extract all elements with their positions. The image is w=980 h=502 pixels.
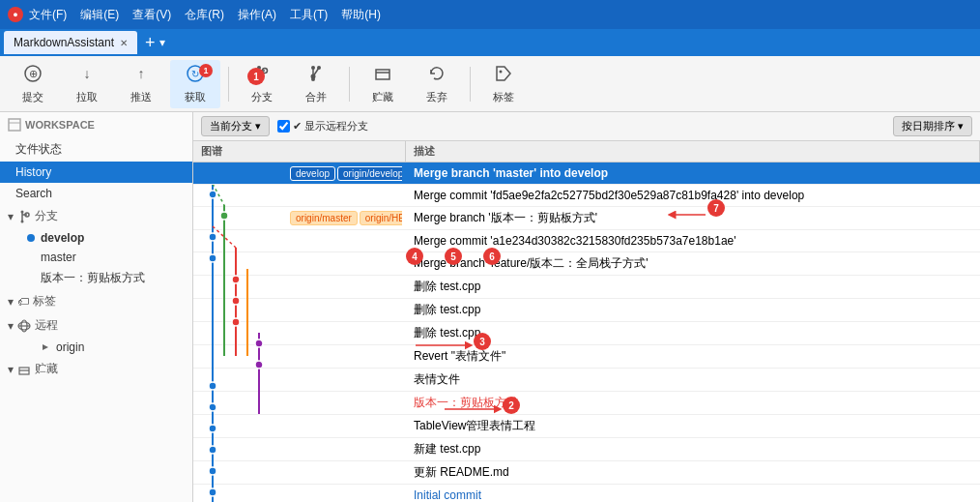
svg-text:↻: ↻ — [191, 69, 199, 79]
toolbar-divider-1 — [228, 67, 229, 102]
svg-point-10 — [257, 77, 261, 81]
sidebar-item-history[interactable]: History — [0, 162, 192, 183]
sidebar-branch-version1[interactable]: 版本一：剪贴板方式 — [0, 267, 192, 289]
header-desc: 描述 — [406, 141, 980, 162]
merge-label: 合并 — [305, 90, 327, 104]
show-remote-checkbox-label[interactable]: ✔ 显示远程分支 — [277, 119, 368, 133]
sidebar-branch-develop[interactable]: develop — [0, 228, 192, 248]
toolbar-divider-3 — [470, 67, 471, 102]
commit-tags: origin/master origin/HEAD master — [290, 211, 402, 225]
commit-list[interactable]: develop origin/develop Merge branch 'mas… — [193, 162, 980, 502]
branches-section-label: 分支 — [35, 208, 58, 224]
content-area: 当前分支 ▾ ✔ 显示远程分支 按日期排序 ▾ 图谱 描述 — [193, 112, 980, 502]
branch-version1-label: 版本一：剪贴板方式 — [41, 270, 145, 286]
branch-button[interactable]: 分支 — [237, 60, 287, 108]
discard-button[interactable]: 丢弃 — [412, 60, 462, 108]
commit-row[interactable]: 更新 README.md — [193, 461, 980, 485]
push-button[interactable]: ↑ 推送 — [116, 60, 166, 108]
show-remote-checkbox[interactable] — [277, 120, 290, 133]
sidebar-branch-master[interactable]: master — [0, 248, 192, 267]
current-branch-button[interactable]: 当前分支 ▾ — [201, 116, 270, 136]
discard-label: 丢弃 — [426, 90, 447, 104]
commit-row[interactable]: Merge branch 'feature/版本二：全局栈子方式' — [193, 252, 980, 276]
svg-text:↑: ↑ — [138, 66, 145, 81]
commit-row[interactable]: 版本一：剪贴板方式 — [193, 392, 980, 415]
sidebar-item-search[interactable]: Search — [0, 183, 192, 204]
sidebar-section-branches[interactable]: ▾ 分支 — [0, 204, 192, 228]
commit-desc: 表情文件 — [406, 369, 980, 391]
fetch-button[interactable]: ↻ 1 获取 — [170, 60, 220, 108]
svg-point-25 — [21, 210, 24, 213]
menu-edit[interactable]: 编辑(E) — [80, 7, 119, 23]
commit-desc: Merge branch 'feature/版本二：全局栈子方式' — [406, 252, 980, 275]
commit-desc: 更新 README.md — [406, 461, 980, 484]
tab-label: MarkdownAssistant — [14, 36, 114, 49]
commit-row[interactable]: 删除 test.cpp — [193, 322, 980, 345]
sidebar-section-remotes[interactable]: ▾ 远程 — [0, 313, 192, 338]
sidebar-section-tags[interactable]: ▾ 🏷 标签 — [0, 289, 192, 313]
commit-button[interactable]: ⊕ 提交 — [8, 60, 58, 108]
branch-master-label: master — [41, 251, 76, 264]
tab-markdown-assistant[interactable]: MarkdownAssistant ✕ — [4, 31, 137, 54]
commit-row[interactable]: 表情文件 — [193, 369, 980, 392]
branch-icon — [251, 63, 273, 87]
commit-label: 提交 — [22, 90, 43, 104]
menu-view[interactable]: 查看(V) — [132, 7, 171, 23]
remotes-icon — [17, 319, 31, 333]
commit-row[interactable]: origin/master origin/HEAD master Merge b… — [193, 207, 980, 230]
commit-desc: 新建 test.cpp — [406, 438, 980, 460]
tag-label: 标签 — [493, 90, 514, 104]
new-tab-button[interactable]: + — [145, 34, 156, 51]
main-area: WORKSPACE 文件状态 History Search ▾ 分支 devel… — [0, 112, 980, 502]
commit-desc: Revert "表情文件" — [406, 345, 980, 368]
menu-file[interactable]: 文件(F) — [29, 7, 67, 23]
tag-button[interactable]: 标签 — [478, 60, 529, 108]
sidebar: WORKSPACE 文件状态 History Search ▾ 分支 devel… — [0, 112, 193, 502]
pull-button[interactable]: ↓ 拉取 — [62, 60, 112, 108]
toolbar-divider-2 — [349, 67, 350, 102]
stash-icon — [372, 63, 393, 87]
svg-marker-30 — [43, 344, 48, 350]
commit-row[interactable]: 删除 test.cpp — [193, 299, 980, 322]
menu-repo[interactable]: 仓库(R) — [185, 7, 224, 23]
menu-tools[interactable]: 工具(T) — [290, 7, 328, 23]
commit-row[interactable]: 新建 test.cpp — [193, 438, 980, 461]
svg-point-9 — [257, 66, 261, 70]
tab-close-button[interactable]: ✕ — [120, 38, 128, 48]
sort-button[interactable]: 按日期排序 ▾ — [893, 116, 972, 136]
commit-row[interactable]: Merge commit 'a1e234d30382c3215830fd235b… — [193, 230, 980, 252]
menu-help[interactable]: 帮助(H) — [341, 7, 381, 23]
app-icon: ● — [8, 7, 23, 22]
commit-row[interactable]: TableView管理表情工程 — [193, 415, 980, 438]
fetch-label: 获取 — [185, 90, 206, 104]
commit-row[interactable]: Initial commit — [193, 485, 980, 502]
commit-tags: develop origin/develop — [290, 166, 402, 181]
sidebar-section-stashes[interactable]: ▾ 贮藏 — [0, 357, 192, 381]
tags-icon: 🏷 — [17, 295, 29, 309]
sidebar-item-file-status[interactable]: 文件状态 — [0, 137, 192, 162]
menu-bar[interactable]: 文件(F) 编辑(E) 查看(V) 仓库(R) 操作(A) 工具(T) 帮助(H… — [29, 7, 381, 23]
svg-point-16 — [311, 77, 315, 81]
stash-button[interactable]: 贮藏 — [358, 60, 408, 108]
commit-row[interactable]: develop origin/develop Merge branch 'mas… — [193, 162, 980, 185]
branch-develop-label: develop — [41, 231, 84, 245]
tag-icon — [493, 63, 514, 87]
content-toolbar: 当前分支 ▾ ✔ 显示远程分支 按日期排序 ▾ — [193, 112, 980, 141]
commit-row[interactable]: Merge commit 'fd5ae9e2fa2c52775bd2f30e52… — [193, 185, 980, 207]
sidebar-remote-origin[interactable]: origin — [0, 338, 192, 357]
pull-icon: ↓ — [76, 63, 98, 87]
commit-desc: 版本一：剪贴板方式 — [406, 392, 980, 414]
push-label: 推送 — [130, 90, 152, 104]
current-branch-dot — [27, 234, 35, 242]
commit-desc: 删除 test.cpp — [406, 276, 980, 298]
remotes-expand-icon: ▾ — [8, 319, 14, 333]
merge-button[interactable]: 合并 — [291, 60, 341, 108]
commit-row[interactable]: Revert "表情文件" — [193, 345, 980, 369]
menu-action[interactable]: 操作(A) — [238, 7, 276, 23]
tag-develop: develop — [290, 166, 335, 181]
commit-row[interactable]: 删除 test.cpp — [193, 276, 980, 299]
commit-desc: TableView管理表情工程 — [406, 415, 980, 437]
commit-desc: Merge branch 'master' into develop — [406, 163, 980, 183]
tab-dropdown-arrow[interactable]: ▾ — [159, 36, 165, 49]
discard-icon — [426, 63, 447, 87]
